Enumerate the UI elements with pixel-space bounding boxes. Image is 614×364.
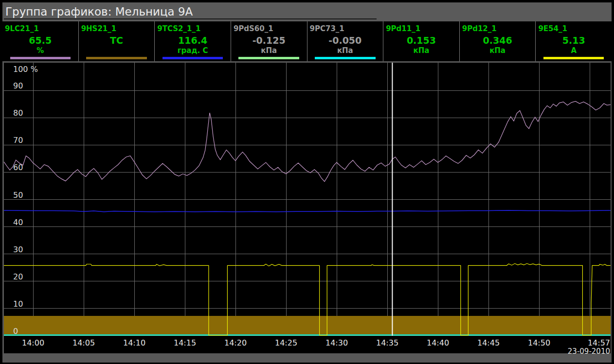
series-line-9LC21_1 (4, 102, 611, 182)
channel-tag: 9Pd12_1 (462, 24, 536, 33)
page-title: Группа графиков: Мельница 9А (2, 2, 612, 18)
window-titlebar: Группа графиков: Мельница 9А (2, 2, 612, 21)
channel-color-bar (315, 57, 376, 59)
chart-frame: 100 %9080706050403020100 14:0014:0514:10… (2, 61, 612, 363)
channel-tile-9pd12-1[interactable]: 9Pd12_1 0.346 кПа (459, 21, 536, 61)
channel-tile-9hs21-1[interactable]: 9HS21_1 ТС (78, 21, 155, 61)
x-axis-end-time-label: 14:57 (588, 338, 610, 347)
y-axis-tick-label: 50 (13, 191, 23, 200)
trend-plot-area[interactable]: 100 %9080706050403020100 14:0014:0514:10… (4, 63, 611, 353)
channel-unit: град. C (155, 46, 231, 55)
channel-unit: кПа (460, 46, 536, 55)
x-axis-tick-label: 14:10 (123, 338, 145, 347)
y-axis-tick-label: 20 (13, 272, 23, 281)
channel-tag: 9PdS60_1 (234, 24, 307, 33)
channel-unit: % (2, 46, 78, 55)
title-underline (4, 18, 377, 19)
channel-unit: A (536, 46, 612, 55)
y-axis-tick-label: 10 (13, 299, 23, 309)
channel-value: ТС (79, 35, 155, 46)
channel-unit: кПа (307, 46, 383, 55)
x-axis-tick-label: 14:25 (275, 338, 297, 347)
channel-tag: 9HS21_1 (81, 24, 155, 33)
y-axis-tick-label: 60 (13, 163, 23, 172)
y-axis-tick-label: 40 (13, 218, 23, 227)
x-axis-tick-label: 14:15 (174, 338, 196, 347)
channel-unit: кПа (231, 46, 307, 55)
x-axis-tick-label: 14:05 (72, 338, 95, 347)
channel-tag: 9PC73_1 (310, 24, 383, 33)
y-axis-tick-label: 90 (13, 81, 23, 90)
channel-value: -0.050 (307, 35, 383, 46)
channel-value: 116.4 (155, 35, 231, 46)
channel-tag: 9E54_1 (538, 24, 612, 33)
channel-tile-9tcs2-1-1[interactable]: 9TCS2_1_1 116.4 град. C (154, 21, 231, 61)
x-axis-tick-label: 14:50 (528, 338, 550, 347)
channel-value: 0.153 (383, 35, 459, 46)
channel-tile-9pc73-1[interactable]: 9PC73_1 -0.050 кПа (307, 21, 383, 61)
channel-color-bar (163, 57, 223, 59)
channel-unit (79, 46, 155, 55)
x-axis-tick-label: 14:35 (376, 338, 398, 347)
series-band-9HS21_1 (4, 316, 611, 336)
channel-tag: 9Pd11_1 (386, 24, 459, 33)
x-axis-tick-label: 14:45 (477, 338, 500, 347)
series-line-9TCS2_1_1 (4, 210, 611, 212)
y-axis-tick-label: 30 (13, 245, 23, 254)
channel-tag: 9TCS2_1_1 (157, 24, 231, 33)
y-axis-tick-label: 0 (13, 327, 18, 336)
channel-tile-9pd11-1[interactable]: 9Pd11_1 0.153 кПа (383, 21, 459, 61)
date-label: 23-09-2010 (568, 347, 610, 356)
channel-value: 65.5 (2, 35, 78, 46)
channel-unit: кПа (383, 46, 459, 55)
channel-value: 0.346 (460, 35, 536, 46)
x-axis-tick-label: 14:20 (224, 338, 247, 347)
channel-color-bar (10, 57, 71, 59)
y-axis-tick-label: 70 (13, 136, 23, 145)
channel-tile-9e54-1[interactable]: 9E54_1 5.13 A (535, 21, 612, 61)
channel-value: 5.13 (536, 35, 612, 46)
channel-color-bar (238, 57, 299, 59)
y-axis-tick-label: 100 % (13, 65, 38, 74)
channel-tile-9pds60-1[interactable]: 9PdS60_1 -0.125 кПа (231, 21, 307, 61)
channel-color-bar (86, 57, 147, 59)
trend-group-window: Группа графиков: Мельница 9А 9LC21_1 65.… (0, 0, 614, 364)
x-axis-tick-label: 14:00 (22, 338, 44, 347)
channel-color-bar (543, 57, 604, 59)
channel-tiles-row: 9LC21_1 65.5 % 9HS21_1 ТС 9TCS2_1_1 116.… (2, 21, 612, 61)
y-axis-tick-label: 80 (13, 108, 23, 118)
trend-chart[interactable] (4, 63, 611, 336)
x-axis-tick-label: 14:40 (427, 338, 449, 347)
channel-value: -0.125 (231, 35, 307, 46)
channel-tile-9lc21-1[interactable]: 9LC21_1 65.5 % (2, 21, 78, 61)
channel-tag: 9LC21_1 (5, 24, 78, 33)
x-axis-tick-label: 14:30 (325, 338, 348, 347)
